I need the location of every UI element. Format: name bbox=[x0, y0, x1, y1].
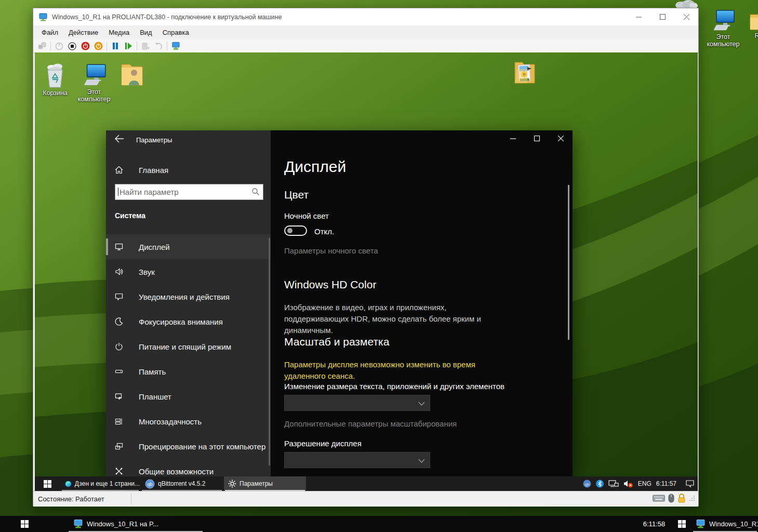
window-title: Windows_10_R1 на PROLIANT-DL380 - подклю… bbox=[52, 14, 282, 21]
action-center-icon[interactable] bbox=[685, 480, 695, 488]
back-button[interactable] bbox=[115, 135, 129, 146]
taskbar-item-label: Параметры bbox=[240, 480, 273, 487]
settings-close-button[interactable] bbox=[549, 130, 573, 147]
shutdown-icon[interactable] bbox=[81, 42, 90, 51]
power-disabled-icon[interactable] bbox=[55, 42, 64, 51]
sidebar-item-projecting[interactable]: Проецирование на этот компьютер bbox=[106, 434, 271, 459]
sidebar-item-label: Фокусировка внимания bbox=[139, 317, 223, 326]
sidebar-item-shared-experiences[interactable]: Общие возможности bbox=[106, 459, 271, 476]
settings-maximize-button[interactable] bbox=[525, 130, 549, 147]
menu-view[interactable]: Вид bbox=[135, 26, 157, 38]
taskbar-item-label: qBittorrent v4.5.2 bbox=[158, 480, 205, 487]
night-light-toggle[interactable] bbox=[284, 225, 307, 236]
vm-screen: Корзина Этот компьютер bbox=[35, 52, 698, 476]
search-icon bbox=[252, 188, 259, 195]
search-input[interactable] bbox=[115, 184, 263, 200]
menu-action[interactable]: Действие bbox=[63, 26, 103, 38]
sidebar-item-focus-assist[interactable]: Фокусировка внимания bbox=[106, 309, 271, 334]
host-desktop-icon-this-pc[interactable]: Этот компьютер bbox=[702, 9, 744, 48]
windows-logo-icon bbox=[678, 520, 686, 528]
host-clock[interactable]: 6:11:58 bbox=[637, 516, 671, 532]
vmconnect-window: Windows_10_R1 на PROLIANT-DL380 - подклю… bbox=[33, 8, 699, 506]
sidebar-item-storage[interactable]: Память bbox=[106, 359, 271, 384]
shared-experiences-icon bbox=[115, 467, 123, 475]
settings-minimize-button[interactable] bbox=[501, 130, 525, 147]
sidebar-item-power-sleep[interactable]: Питание и спящий режим bbox=[106, 334, 271, 359]
desktop-icon-label: Этот компьютер bbox=[702, 33, 744, 48]
content-scrollbar[interactable] bbox=[568, 185, 569, 340]
bluetooth-icon[interactable] bbox=[596, 480, 604, 488]
sidebar-item-multitasking[interactable]: Многозадачность bbox=[106, 409, 271, 434]
host-desktop-icon-ron-folder[interactable]: Ron bbox=[745, 10, 758, 39]
host-taskbar-item-vmconnect-2[interactable]: Windows_10_R1 на P... bbox=[692, 516, 758, 532]
scale-dropdown-label: Изменение размера текста, приложений и д… bbox=[284, 382, 554, 391]
vm-taskbar-item-edge[interactable]: Дзен и еще 1 страни... bbox=[61, 476, 140, 491]
sidebar-section-system: Система bbox=[115, 211, 145, 220]
vm-taskbar-item-settings[interactable]: Параметры bbox=[224, 476, 306, 491]
host-start-button[interactable] bbox=[11, 516, 37, 532]
sidebar-item-notifications[interactable]: Уведомления и действия bbox=[106, 284, 271, 309]
this-pc-icon bbox=[81, 63, 108, 87]
maximize-button[interactable] bbox=[650, 8, 674, 25]
vm-desktop-icon-user-folder[interactable] bbox=[117, 61, 147, 87]
vmconnect-icon bbox=[73, 519, 83, 529]
advanced-scaling-link[interactable]: Дополнительные параметры масштабирования bbox=[284, 419, 457, 428]
vm-desktop-icon-pictures-folder[interactable] bbox=[511, 60, 538, 86]
vm-start-button[interactable] bbox=[35, 476, 60, 491]
settings-search-box[interactable] bbox=[115, 184, 263, 200]
moon-icon bbox=[115, 317, 123, 326]
vm-status-text: Состояние: Работает bbox=[38, 495, 104, 503]
vmconnect-titlebar[interactable]: Windows_10_R1 на PROLIANT-DL380 - подклю… bbox=[33, 8, 698, 25]
sidebar-item-label: Дисплей bbox=[139, 243, 170, 251]
pause-icon[interactable] bbox=[111, 42, 120, 51]
host-taskbar-item-vmconnect[interactable]: Windows_10_R1 на P... bbox=[68, 516, 204, 532]
qbittorrent-tray-icon[interactable]: qb bbox=[583, 480, 591, 488]
sidebar-item-label: Проецирование на этот компьютер bbox=[139, 442, 265, 451]
resize-grip[interactable] bbox=[689, 495, 695, 501]
text-caret bbox=[118, 188, 118, 196]
turn-off-icon[interactable] bbox=[94, 42, 103, 51]
sidebar-item-label: Уведомления и действия bbox=[139, 292, 230, 301]
vm-desktop-icon-recycle-bin[interactable]: Корзина bbox=[39, 63, 71, 97]
stop-icon[interactable] bbox=[68, 42, 77, 51]
sidebar-scrollbar[interactable] bbox=[269, 238, 270, 466]
scale-dropdown[interactable] bbox=[284, 395, 430, 411]
vm-desktop-icon-this-pc[interactable]: Этот компьютер bbox=[77, 63, 111, 103]
checkpoint-icon[interactable] bbox=[141, 42, 150, 51]
sidebar-item-display[interactable]: Дисплей bbox=[106, 234, 271, 259]
storage-icon bbox=[115, 367, 123, 376]
resume-icon[interactable] bbox=[124, 42, 133, 51]
vmconnect-menubar: Файл Действие Медиа Вид Справка bbox=[33, 25, 698, 39]
night-light-settings-link[interactable]: Параметры ночного света bbox=[284, 246, 378, 255]
revert-icon[interactable] bbox=[154, 42, 163, 51]
volume-muted-icon[interactable] bbox=[623, 480, 633, 488]
toggle-knob bbox=[287, 228, 292, 233]
display-icon bbox=[115, 243, 123, 251]
sound-icon bbox=[115, 268, 123, 276]
minimize-button[interactable] bbox=[627, 8, 650, 25]
enhanced-session-icon[interactable] bbox=[171, 42, 180, 51]
menu-help[interactable]: Справка bbox=[157, 26, 194, 38]
sidebar-item-home[interactable]: Главная bbox=[106, 161, 271, 179]
host-start-button-monitor2[interactable] bbox=[672, 516, 691, 532]
recycle-bin-icon bbox=[44, 63, 67, 88]
settings-sidebar: Параметры Главная Система bbox=[106, 130, 271, 476]
menu-file[interactable]: Файл bbox=[36, 26, 63, 38]
ctrl-alt-del-icon[interactable] bbox=[37, 42, 47, 51]
sidebar-item-tablet[interactable]: Планшет bbox=[106, 384, 271, 409]
menu-media[interactable]: Медиа bbox=[103, 26, 135, 38]
settings-window: Параметры Главная Система bbox=[106, 130, 573, 476]
close-button[interactable] bbox=[674, 8, 698, 25]
vm-clock[interactable]: 6:11:57 bbox=[656, 480, 676, 487]
windows-logo-icon bbox=[44, 480, 51, 488]
desktop-icon-label: Ron bbox=[745, 32, 758, 39]
settings-content: Дисплей Цвет Ночной свет Откл. Параметры… bbox=[271, 130, 573, 476]
resolution-dropdown[interactable] bbox=[284, 452, 430, 468]
vm-display-icon[interactable] bbox=[608, 480, 619, 488]
host-taskbar: Windows_10_R1 на P... 6:11:58 Windows_10… bbox=[0, 516, 758, 532]
chevron-down-icon bbox=[418, 457, 425, 464]
language-indicator[interactable]: ENG bbox=[638, 480, 651, 487]
sidebar-item-sound[interactable]: Звук bbox=[106, 259, 271, 284]
vm-taskbar-item-qbittorrent[interactable]: qb qBittorrent v4.5.2 bbox=[141, 476, 223, 491]
resolution-label: Разрешение дисплея bbox=[284, 439, 362, 448]
